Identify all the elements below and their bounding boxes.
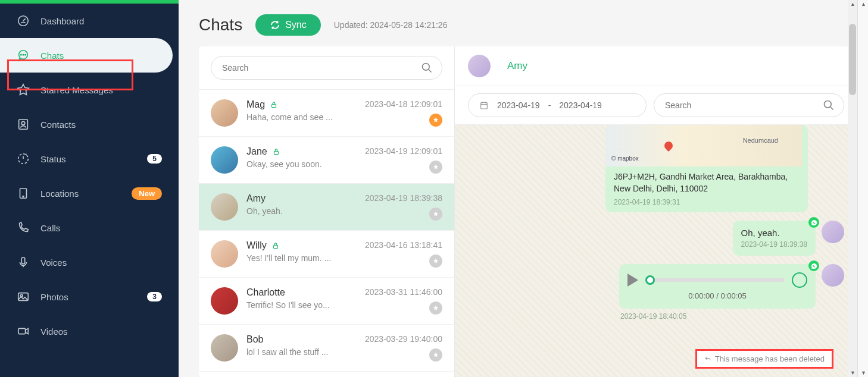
pin-icon[interactable]: [429, 208, 442, 221]
nav-chats[interactable]: Chats: [0, 38, 173, 73]
avatar: [822, 264, 844, 287]
search-icon: [823, 99, 835, 111]
message-text: Oh, yeah. 2023-04-19 18:39:38: [468, 221, 844, 256]
nav-dashboard[interactable]: Dashboard: [0, 4, 179, 38]
nav-locations[interactable]: Locations New: [0, 176, 179, 211]
chat-item[interactable]: JaneOkay, see you soon.2023-04-19 12:09:…: [199, 137, 454, 184]
text-bubble[interactable]: Oh, yeah. 2023-04-19 18:39:38: [733, 221, 816, 256]
chat-search-input[interactable]: [211, 56, 442, 80]
message-timestamp: 2023-04-19 18:40:05: [619, 309, 816, 321]
avatar: [822, 221, 844, 243]
map-attribution: © mapbox: [611, 155, 639, 162]
chat-preview: Oh, yeah.: [246, 206, 348, 216]
nav-status[interactable]: Status 5: [0, 142, 179, 176]
nav-label: Videos: [40, 326, 68, 337]
svg-point-25: [825, 101, 832, 108]
svg-point-4: [25, 54, 26, 55]
chat-preview: Terrific! So I'll see yo...: [246, 300, 348, 310]
chat-timestamp: 2023-04-19 12:09:01: [365, 146, 442, 156]
message-timestamp: 2023-04-19 18:39:31: [605, 196, 808, 206]
date-to: 2023-04-19: [559, 100, 602, 110]
audio-track[interactable]: [645, 278, 785, 282]
chat-item[interactable]: CharlotteTerrific! So I'll see yo...2023…: [199, 278, 454, 325]
message-timestamp: 2023-04-19 18:39:38: [741, 238, 807, 249]
chat-name: Amy: [246, 193, 266, 204]
page-header: Chats Sync Updated: 2024-05-28 14:21:26: [179, 0, 868, 46]
nav-photos[interactable]: Photos 3: [0, 279, 179, 314]
messages-area[interactable]: Nedumcaud © mapbox J6PJ+M2H, Gandhi Mark…: [455, 125, 857, 377]
main-panel: Chats Sync Updated: 2024-05-28 14:21:26 …: [179, 0, 868, 377]
avatar: [211, 287, 238, 315]
svg-point-11: [23, 196, 24, 197]
video-icon: [17, 325, 30, 338]
nav-label: Locations: [40, 188, 79, 199]
map-thumbnail: Nedumcaud © mapbox: [605, 125, 802, 166]
message-search-input[interactable]: [654, 93, 844, 117]
svg-point-16: [423, 64, 430, 71]
chat-list[interactable]: MagHaha, come and see ...2023-04-18 12:0…: [199, 90, 454, 377]
chat-item[interactable]: Boblol I saw all the stuff ...2023-03-29…: [199, 325, 454, 372]
lock-icon: [271, 241, 280, 250]
play-button[interactable]: [627, 274, 638, 287]
outer-scrollbar[interactable]: ▲ ▼: [857, 0, 868, 377]
message-location: Nedumcaud © mapbox J6PJ+M2H, Gandhi Mark…: [468, 125, 844, 212]
svg-line-26: [830, 107, 833, 110]
scrollbar-thumb[interactable]: [849, 24, 856, 95]
chat-item[interactable]: AmyOh, yeah.2023-04-19 18:39:38: [199, 184, 454, 231]
svg-line-17: [429, 70, 432, 73]
lock-icon: [272, 147, 280, 156]
audio-thumb[interactable]: [645, 275, 655, 285]
nav-label: Photos: [40, 292, 68, 302]
nav-label: Dashboard: [40, 16, 84, 26]
chat-preview: Haha, come and see ...: [246, 112, 348, 122]
phone-icon: [17, 221, 30, 234]
updated-text: Updated: 2024-05-28 14:21:26: [334, 20, 448, 30]
nav-contacts[interactable]: Contacts: [0, 107, 179, 142]
chat-timestamp: 2023-04-18 12:09:01: [365, 99, 442, 109]
nav-starred[interactable]: Starred Messages: [0, 73, 179, 107]
svg-line-9: [26, 154, 27, 155]
location-bubble[interactable]: Nedumcaud © mapbox J6PJ+M2H, Gandhi Mark…: [605, 125, 808, 212]
pin-icon[interactable]: [429, 301, 442, 315]
deleted-message-notice: This message has been deleted: [695, 349, 833, 369]
date-from: 2023-04-19: [497, 100, 540, 110]
nav-label: Calls: [40, 223, 60, 233]
lock-icon: [270, 100, 278, 109]
download-button[interactable]: [792, 272, 807, 288]
chat-name: Jane: [246, 146, 267, 157]
status-badge: 5: [147, 154, 162, 164]
pin-icon[interactable]: [429, 114, 442, 127]
chat-detail-panel: Amy 2023-04-19 - 2023-04-19: [455, 46, 857, 377]
pin-icon[interactable]: [429, 161, 442, 174]
nav-calls[interactable]: Calls: [0, 211, 179, 245]
date-range-picker[interactable]: 2023-04-19 - 2023-04-19: [468, 93, 647, 117]
new-badge: New: [132, 187, 162, 200]
chat-item[interactable]: MagHaha, come and see ...2023-04-18 12:0…: [199, 90, 454, 137]
chat-name: Charlotte: [246, 287, 285, 298]
pin-icon[interactable]: [429, 255, 442, 268]
content-scrollbar[interactable]: ▲ ▼: [848, 0, 857, 377]
audio-duration: 0:00:00 / 0:00:05: [627, 291, 807, 300]
nav-label: Chats: [40, 51, 64, 61]
nav-label: Voices: [40, 257, 67, 268]
svg-rect-19: [274, 151, 278, 154]
chat-timestamp: 2023-03-31 11:46:00: [365, 287, 442, 297]
svg-rect-20: [273, 245, 277, 248]
message-body: Oh, yeah.: [741, 228, 807, 238]
audio-bubble[interactable]: 0:00:00 / 0:00:05: [619, 264, 816, 309]
svg-rect-15: [18, 328, 26, 334]
nav-label: Starred Messages: [40, 85, 113, 95]
sync-button[interactable]: Sync: [255, 14, 321, 36]
nav-videos[interactable]: Videos: [0, 314, 179, 348]
pin-icon[interactable]: [429, 348, 442, 362]
detail-contact-name: Amy: [507, 60, 527, 72]
avatar: [211, 334, 238, 362]
location-icon: [17, 187, 30, 200]
nav-voices[interactable]: Voices: [0, 245, 179, 279]
status-icon: [17, 152, 30, 165]
avatar: [211, 240, 238, 268]
undo-icon: [704, 356, 711, 363]
sync-label: Sync: [285, 20, 307, 30]
chat-item[interactable]: WillyYes! I'll tell my mum. ...2023-04-1…: [199, 231, 454, 278]
sync-icon: [270, 20, 280, 30]
